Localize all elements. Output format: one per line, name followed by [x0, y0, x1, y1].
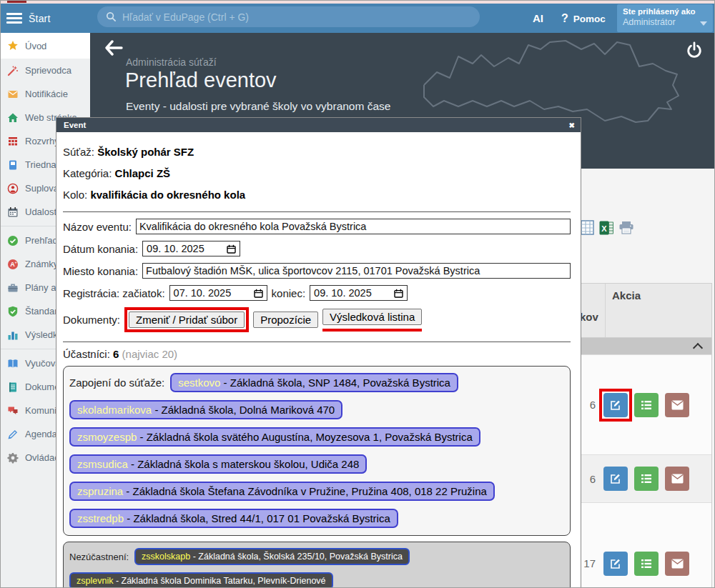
sidebar-item-notifikacie[interactable]: Notifikácie	[1, 82, 90, 106]
nonparticipant-username: zsskolskapb	[142, 552, 190, 562]
participant-username: zsmoyzespb	[77, 431, 137, 443]
participants-list-button[interactable]	[634, 393, 659, 417]
participant-username: sestkovo	[178, 377, 220, 389]
print-icon[interactable]	[618, 221, 634, 238]
participants-label: Účastníci:	[63, 348, 110, 360]
sidebar-item-label: Udalosti	[25, 206, 59, 217]
search-input[interactable]: Hľadať v EduPage (Ctrl + G)	[97, 6, 480, 27]
participant-badge[interactable]: zsmsudica - Základná škola s materskou š…	[69, 454, 367, 474]
logged-in-label: Ste prihlásený ako	[623, 7, 707, 16]
page-title: Prehľad eventov	[125, 69, 277, 92]
event-date-label: Dátum konania:	[63, 243, 138, 255]
check-circle-icon	[7, 235, 19, 246]
search-placeholder: Hľadať v EduPage (Ctrl + G)	[122, 11, 249, 23]
calendar-icon	[254, 289, 263, 298]
topbar: Štart Hľadať v EduPage (Ctrl + G) AI ? P…	[1, 4, 714, 33]
participant-school: - Základná škola svätého Augustína, Moyz…	[137, 431, 472, 443]
event-date-value: 09. 10. 2025	[147, 243, 204, 254]
page-subtitle: Eventy - udalosti pre vybrané školy vo v…	[126, 100, 390, 113]
registration-start-input[interactable]: 07. 10. 2025	[169, 285, 267, 301]
column-header-partial: kov	[578, 284, 606, 337]
participant-badge[interactable]: sestkovo - Základná škola, SNP 1484, Pov…	[170, 373, 458, 392]
ai-button[interactable]: AI	[533, 12, 543, 24]
help-button[interactable]: ? Pomoc	[561, 12, 606, 25]
list-icon	[641, 473, 652, 484]
hamburger-menu-icon[interactable]	[6, 13, 22, 24]
email-button[interactable]	[665, 552, 689, 576]
nonparticipants-box: Nezúčastnení: zsskolskapb - Základná ško…	[63, 542, 571, 588]
question-icon: ?	[561, 12, 568, 25]
edit-icon	[610, 558, 621, 569]
participants-list-button[interactable]	[634, 552, 659, 576]
document-icon	[7, 382, 19, 393]
table-view-icon[interactable]	[581, 220, 594, 238]
edit-icon	[610, 399, 621, 411]
excel-icon[interactable]: X	[599, 221, 613, 238]
edit-event-button[interactable]	[603, 393, 628, 417]
registration-end-value: 09. 10. 2025	[314, 287, 372, 299]
kategoria-value: Chlapci ZŠ	[115, 167, 171, 179]
annotation-rectangle: Zmeniť / Pridať súbor	[124, 307, 249, 332]
event-name-label: Názov eventu:	[63, 221, 132, 233]
participant-badge[interactable]: zspruzina - Základná škola Štefana Závod…	[69, 482, 495, 501]
search-icon	[106, 11, 117, 22]
sutaz-value: Školský pohár SFZ	[97, 146, 194, 158]
svg-text:+: +	[14, 260, 16, 264]
edit-event-button[interactable]	[603, 467, 628, 491]
participant-username: zspruzina	[77, 485, 123, 497]
participant-badge[interactable]: zsmoyzespb - Základná škola svätého Augu…	[69, 427, 480, 447]
email-button[interactable]	[665, 393, 689, 417]
event-name-input[interactable]	[136, 219, 571, 234]
participant-username: zsmsudica	[77, 458, 128, 470]
event-dialog: Event ✖ Súťaž: Školský pohár SFZ Kategór…	[56, 117, 581, 588]
chevron-down-icon	[700, 21, 707, 26]
mail-icon	[671, 559, 684, 569]
person-icon	[7, 183, 19, 194]
change-add-file-button[interactable]: Zmeniť / Pridať súbor	[129, 312, 245, 328]
propositions-button[interactable]: Propozície	[253, 312, 318, 328]
breadcrumb: Administrácia súťaží	[126, 56, 217, 68]
participant-school: - Základná škola s materskou školou, Udi…	[128, 458, 360, 470]
briefcase-icon	[7, 282, 19, 294]
sidebar-item-sprievodca[interactable]: Sprievodca	[1, 59, 90, 82]
close-icon[interactable]: ✖	[569, 121, 575, 129]
sidebar-item-uvod[interactable]: Úvod	[1, 33, 90, 59]
book-icon	[7, 159, 19, 171]
event-date-input[interactable]: 09. 10. 2025	[142, 241, 240, 256]
events-table: kov Akcia 6	[578, 283, 712, 587]
edit-event-button[interactable]	[603, 552, 628, 576]
sidebar-item-label: Úvod	[25, 41, 46, 51]
help-label: Pomoc	[573, 14, 606, 24]
nonparticipant-school: - Základná škola Dominika Tatarku, Plevn…	[113, 576, 325, 586]
grade-icon: A+	[7, 259, 19, 270]
edupage-window: Štart Hľadať v EduPage (Ctrl + G) AI ? P…	[0, 0, 715, 588]
event-place-input[interactable]	[142, 263, 571, 279]
nonparticipant-badge[interactable]: zsskolskapb - Základná škola, Školská 23…	[134, 548, 410, 565]
logout-button[interactable]	[686, 41, 703, 61]
nonparticipant-school: - Základná škola, Školská 235/10, Považs…	[190, 552, 403, 562]
shield-icon	[7, 306, 19, 317]
calendar-icon	[7, 206, 19, 218]
sidebar-item-label: Sprievodca	[25, 65, 72, 76]
participants-list-button[interactable]	[634, 467, 659, 491]
back-button[interactable]	[104, 40, 123, 59]
home-icon	[7, 112, 19, 124]
kategoria-label: Kategória:	[63, 167, 112, 179]
kolo-line: Kolo: kvalifikácia do okresného kola	[63, 188, 571, 202]
start-menu[interactable]: Štart	[29, 13, 51, 24]
joined-label: Zapojení do súťaže:	[69, 377, 164, 389]
list-icon	[641, 399, 652, 411]
nonparticipant-badge[interactable]: zsplevnik - Základná škola Dominika Tata…	[69, 572, 333, 588]
table-group-row[interactable]	[578, 338, 711, 354]
user-menu[interactable]: Ste prihlásený ako Administrátor	[617, 4, 713, 32]
table-header: kov Akcia	[578, 283, 711, 338]
participant-badge[interactable]: zsstredpb - Základná škola, Stred 44/1, …	[69, 509, 398, 528]
results-sheet-button[interactable]: Výsledková listina	[322, 309, 422, 325]
timetable-icon	[7, 136, 19, 147]
nonparticipant-username: zsplevnik	[77, 576, 113, 586]
kategoria-line: Kategória: Chlapci ZŠ	[63, 166, 571, 181]
registration-end-input[interactable]: 09. 10. 2025	[310, 285, 408, 301]
annotation-underline: Výsledková listina	[322, 309, 422, 332]
email-button[interactable]	[665, 467, 689, 491]
participant-badge[interactable]: skoladmarikova - Základná škola, Dolná M…	[69, 400, 342, 419]
